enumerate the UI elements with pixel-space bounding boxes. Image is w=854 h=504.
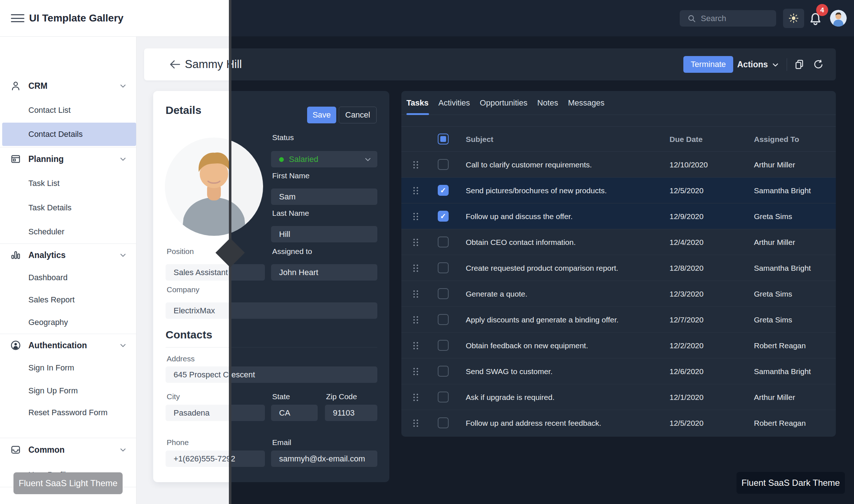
task-due-date: 12/3/2020	[670, 281, 703, 307]
sidebar-item-contact-list[interactable]: Contact List	[0, 99, 136, 122]
column-subject[interactable]: Subject	[466, 127, 493, 152]
task-row[interactable]: Create requested product comparison repo…	[401, 255, 836, 281]
task-subject: Generate a quote.	[466, 281, 527, 307]
actions-button[interactable]: Actions	[737, 48, 768, 80]
sidebar-group-authentication[interactable]: Authentication	[0, 334, 136, 357]
sidebar-item-contact-details[interactable]: Contact Details	[0, 123, 136, 146]
state-label: State	[272, 392, 290, 401]
sidebar-group-planning[interactable]: Planning	[0, 148, 136, 170]
task-row[interactable]: Send pictures/brochures of new products.…	[401, 178, 836, 203]
state-field[interactable]: CA	[271, 405, 318, 421]
task-row[interactable]: Obtain feedback on new equipment. 12/2/2…	[401, 333, 836, 358]
address-field[interactable]: 645 Prospect Crescent	[166, 366, 230, 383]
sidebar-item-scheduler[interactable]: Scheduler	[0, 221, 136, 243]
city-field[interactable]: Pasadena	[166, 405, 230, 421]
row-checkbox[interactable]	[438, 159, 449, 170]
theme-toggle-button[interactable]	[783, 9, 804, 28]
column-assigned-to[interactable]: Assigned To	[754, 127, 799, 152]
email-field[interactable]: sammyh@dx-email.com	[271, 451, 377, 467]
drag-handle-icon[interactable]	[413, 394, 415, 395]
drag-handle-icon[interactable]	[413, 290, 415, 292]
row-checkbox[interactable]	[438, 185, 449, 196]
row-checkbox[interactable]	[438, 417, 449, 428]
task-subject: Follow up and address recent feedback.	[466, 410, 601, 436]
sidebar-item-task-details[interactable]: Task Details	[0, 197, 136, 219]
first-name-field[interactable]: Sam	[271, 188, 377, 205]
row-checkbox[interactable]	[438, 211, 449, 222]
position-field[interactable]: Sales Assistant	[166, 264, 230, 281]
column-due-date[interactable]: Due Date	[670, 127, 703, 152]
phone-label: Phone	[167, 438, 189, 447]
active-tab-indicator	[406, 113, 429, 115]
hamburger-menu-icon[interactable]	[11, 14, 24, 22]
copy-icon[interactable]	[794, 59, 805, 70]
user-avatar[interactable]	[830, 10, 847, 27]
task-row[interactable]: Ask if upgrade is required. 12/1/2020 Ar…	[401, 384, 836, 410]
search-placeholder: Search	[701, 10, 726, 27]
sidebar-item-reset-password-form[interactable]: Reset Password Form	[0, 401, 136, 424]
last-name-field[interactable]: Hill	[271, 226, 377, 242]
task-row[interactable]: Call to clarify customer requirements. 1…	[401, 152, 836, 178]
drag-handle-icon[interactable]	[413, 420, 415, 421]
search-input[interactable]: Search	[680, 10, 776, 27]
task-assigned-to: Arthur Miller	[754, 229, 795, 255]
sidebar-item-sign-up-form[interactable]: Sign Up Form	[0, 380, 136, 402]
tab-tasks[interactable]: Tasks	[406, 98, 429, 108]
row-checkbox[interactable]	[438, 237, 449, 247]
assigned-field[interactable]: John Heart	[271, 264, 377, 281]
company-field[interactable]: ElectrixMax	[166, 302, 230, 319]
user-circle-icon	[10, 340, 21, 351]
refresh-icon[interactable]	[813, 59, 824, 70]
sidebar-item-sign-in-form[interactable]: Sign In Form	[0, 357, 136, 379]
light-theme-preview: Sammy Hill Details Position Sales Assist…	[136, 36, 230, 504]
sidebar-group-crm[interactable]: CRM	[0, 75, 136, 97]
task-row[interactable]: Follow up and address recent feedback. 1…	[401, 410, 836, 436]
drag-handle-icon[interactable]	[413, 316, 415, 318]
cancel-button[interactable]: Cancel	[339, 107, 377, 123]
task-row[interactable]: Send SWAG to customer. 12/6/2020 Samanth…	[401, 358, 836, 384]
app-title: UI Template Gallery	[29, 0, 123, 36]
drag-handle-icon[interactable]	[413, 342, 415, 344]
tab-notes[interactable]: Notes	[537, 98, 558, 108]
drag-handle-icon[interactable]	[413, 213, 415, 214]
top-bar: UI Template Gallery Search	[0, 0, 854, 36]
task-rows: Call to clarify customer requirements. 1…	[401, 152, 836, 436]
task-row[interactable]: Generate a quote. 12/3/2020 Greta Sims	[401, 281, 836, 307]
screen: Sammy Hill Terminate Actions Details Sav…	[0, 0, 854, 504]
sidebar-group-analytics[interactable]: Analytics	[0, 244, 136, 266]
status-select[interactable]: Salaried	[271, 151, 377, 167]
row-checkbox[interactable]	[438, 288, 449, 299]
table-header: Subject Due Date Assigned To	[401, 126, 836, 152]
task-subject: Send pictures/brochures of new products.	[466, 178, 607, 203]
row-checkbox[interactable]	[438, 340, 449, 351]
zip-field[interactable]: 91103	[325, 405, 377, 421]
row-checkbox[interactable]	[438, 314, 449, 325]
chevron-down-icon	[119, 251, 127, 259]
tab-opportunities[interactable]: Opportunities	[480, 98, 528, 108]
phone-field[interactable]: +1(626)555-7292	[166, 451, 230, 467]
back-arrow-icon[interactable]	[169, 59, 180, 70]
position-label: Position	[167, 247, 194, 256]
drag-handle-icon[interactable]	[413, 187, 415, 188]
sidebar-group-common[interactable]: Common	[0, 438, 136, 461]
tab-messages[interactable]: Messages	[568, 98, 604, 108]
task-row[interactable]: Follow up and discuss the offer. 12/9/20…	[401, 203, 836, 229]
terminate-button[interactable]: Terminate	[683, 56, 733, 73]
task-row[interactable]: Obtain CEO contact information. 12/4/202…	[401, 229, 836, 255]
sidebar-item-task-list[interactable]: Task List	[0, 172, 136, 195]
drag-handle-icon[interactable]	[413, 368, 415, 369]
sidebar-item-geography[interactable]: Geography	[0, 311, 136, 334]
task-subject: Create requested product comparison repo…	[466, 255, 618, 281]
save-button[interactable]: Save	[307, 107, 336, 123]
sidebar-item-dashboard[interactable]: Dashboard	[0, 266, 136, 289]
tab-activities[interactable]: Activities	[438, 98, 470, 108]
drag-handle-icon[interactable]	[413, 265, 415, 266]
drag-handle-icon[interactable]	[413, 239, 415, 240]
select-all-checkbox[interactable]	[438, 134, 449, 144]
drag-handle-icon[interactable]	[413, 161, 415, 163]
sidebar-item-sales-report[interactable]: Sales Report	[0, 289, 136, 311]
row-checkbox[interactable]	[438, 262, 449, 273]
row-checkbox[interactable]	[438, 392, 449, 402]
row-checkbox[interactable]	[438, 366, 449, 377]
task-row[interactable]: Apply discounts and generate a binding o…	[401, 307, 836, 333]
